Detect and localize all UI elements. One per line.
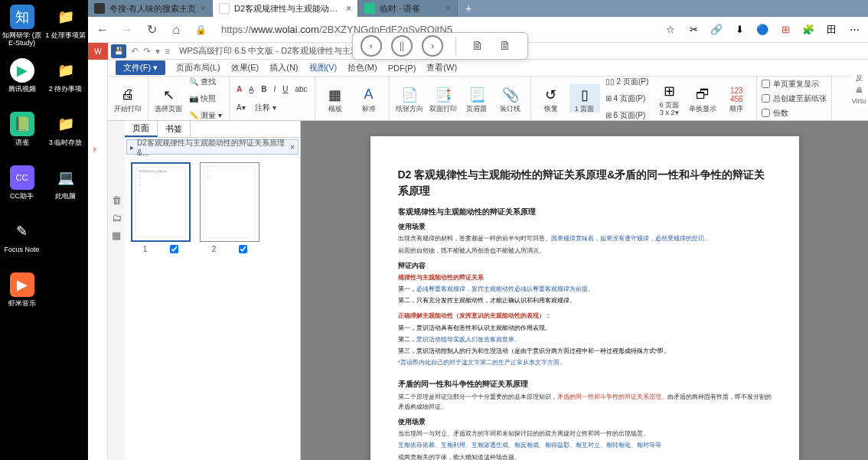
btn-order[interactable]: 123456顺序 <box>721 84 752 113</box>
btn-snapshot[interactable]: 📷快照 <box>187 91 224 106</box>
btn-single-swap[interactable]: 🗗单换显示 <box>687 84 718 113</box>
menu-color[interactable]: 拾色(M) <box>348 62 377 73</box>
btn-find[interactable]: 🔍查找 <box>187 74 224 90</box>
btn-font-color[interactable]: A▾ <box>234 100 248 116</box>
ext-blue-icon[interactable]: 🔵 <box>755 22 770 38</box>
menu-layout[interactable]: 页面布局(L) <box>176 62 220 73</box>
feedback-label[interactable]: 反 <box>856 73 863 83</box>
thumbnail-pane: 页面 书签 ▸D2客观规律性与主观能动性的辩证关系原理&…× D2客观规律性与主… <box>125 121 301 460</box>
preview-canvas[interactable]: D2 客观规律性与主观能动性的辩证关系原理&矛盾的同一性和斗争性的辩证关系原理 … <box>301 121 868 460</box>
media-save2-icon[interactable]: 🗎 <box>496 37 514 55</box>
ext-link-icon[interactable]: 🔗 <box>709 22 724 38</box>
nav-refresh-icon[interactable]: ↻ <box>143 21 160 38</box>
menu-lookup[interactable]: 查看(W) <box>426 62 457 73</box>
tab-close-icon[interactable]: × <box>445 3 451 14</box>
btn-one-page[interactable]: ▯1 页面 <box>569 84 600 113</box>
menu-effect[interactable]: 效果(E) <box>231 62 259 73</box>
desktop-icon-yuque[interactable]: 📗语雀 <box>0 107 44 161</box>
tool-delete-icon[interactable]: 🗑 <box>112 194 122 206</box>
ext-puzzle-icon[interactable]: 🧩 <box>801 22 816 38</box>
media-save1-icon[interactable]: 🗎 <box>468 37 487 55</box>
desktop-icon-xiami[interactable]: ▶虾米音乐 <box>0 268 44 321</box>
redo-icon[interactable]: ↷ <box>143 46 151 57</box>
desktop-icon-zhiwang[interactable]: 知知网研学 (原E-Study) <box>0 0 44 54</box>
desktop-icon-tencent-video[interactable]: ▶腾讯视频 <box>0 54 44 107</box>
ext-grid-icon[interactable]: 田 <box>824 22 839 38</box>
btn-2pages[interactable]: ▯▯ 2 页面(P) <box>603 74 651 90</box>
media-pause-icon[interactable]: || <box>391 35 413 57</box>
section-1-title: 客观规律性与主观能动性的辩证关系原理 <box>398 207 772 217</box>
btn-six-page[interactable]: ⊞6 页面3 x 2▾ <box>654 80 684 117</box>
menu-file[interactable]: 文件(F) ▾ <box>116 60 165 75</box>
nav-forward-icon[interactable]: → <box>119 21 135 38</box>
tool-grid-icon[interactable]: ▦ <box>112 230 121 241</box>
qa-menu-icon[interactable]: ≡ <box>165 46 170 57</box>
btn-strike[interactable]: abc <box>292 82 309 97</box>
btn-bold[interactable]: B <box>259 82 269 97</box>
btn-font-a[interactable]: A <box>234 82 244 97</box>
btn-font-a2[interactable]: A̲ <box>246 82 256 97</box>
browser-tabbar: 夸搜·有人味的搜索主页 × D2客观规律性与主观能动性的 × 临时 · 语雀 ×… <box>88 0 868 17</box>
btn-paper-dir[interactable]: 📄纸张方向 <box>394 84 425 113</box>
ext-download-icon[interactable]: ⬇ <box>732 22 747 38</box>
thumbnail-1[interactable]: D2客观规律性与主观能动性...—————— <box>131 162 191 242</box>
btn-template[interactable]: ▦模板 <box>320 84 351 113</box>
ext-scissors-icon[interactable]: ✂ <box>686 22 701 38</box>
media-prev-icon[interactable]: ‹ <box>361 35 382 57</box>
doc-breadcrumb[interactable]: ▸D2客观规律性与主观能动性的辩证关系原理&…× <box>126 139 299 155</box>
qa-dropdown-icon[interactable]: ▾ <box>155 46 160 57</box>
thumb-check-1[interactable] <box>170 245 178 253</box>
ext-red-icon[interactable]: ⊞ <box>778 22 793 38</box>
lock-icon[interactable]: 🔒 <box>192 21 209 38</box>
chk-repeat[interactable]: 单页重复显示 <box>762 79 827 90</box>
desktop-icon-folder2[interactable]: 📁2 待办事项 <box>44 54 87 107</box>
desktop-icon-folder3[interactable]: 📁3 临时存放 <box>44 107 87 161</box>
printer-label: Virtu <box>852 97 866 105</box>
chk-copies[interactable]: 份数 <box>762 108 827 119</box>
btn-standard[interactable]: A标准 <box>354 84 384 113</box>
tab-favicon <box>364 3 375 14</box>
desktop-icon-focusnote[interactable]: ✎Focus Note <box>0 214 44 268</box>
btn-restore[interactable]: ↺恢复 <box>536 84 566 113</box>
btn-annotate[interactable]: 注释▾ <box>253 100 279 116</box>
left-tab-bookmarks[interactable]: 书签 <box>158 121 191 137</box>
save-icon[interactable]: 💾 <box>111 44 126 58</box>
desktop-icon-thispc[interactable]: 💻此电脑 <box>44 161 87 214</box>
nav-home-icon[interactable]: ⌂ <box>168 21 184 38</box>
tab-favicon <box>94 3 105 14</box>
nav-back-icon[interactable]: ← <box>94 21 111 38</box>
wps-logo-icon[interactable]: W <box>88 43 108 60</box>
browser-tab-2[interactable]: 临时 · 语雀 × <box>358 0 458 17</box>
section-2-title: 矛盾的同一性和斗争性的辩证关系原理 <box>398 379 772 390</box>
ext-star-icon[interactable]: ☆ <box>663 22 678 38</box>
btn-page-header[interactable]: 📃页眉题 <box>462 84 492 113</box>
btn-underline[interactable]: U <box>280 82 290 97</box>
btn-start-print[interactable]: 🖨开始打印 <box>113 84 143 113</box>
btn-select-page[interactable]: ↖选择页面 <box>153 84 184 113</box>
menu-insert[interactable]: 插入(N) <box>269 62 298 73</box>
media-next-icon[interactable]: › <box>422 35 443 57</box>
btn-double-print[interactable]: 📑双面打印 <box>428 84 458 113</box>
undo-icon[interactable]: ↶ <box>131 46 139 57</box>
menu-pdf[interactable]: PDF(P) <box>388 64 416 73</box>
desktop-icon-cchelper[interactable]: CCCC助手 <box>0 161 44 214</box>
new-tab-button[interactable]: + <box>458 2 479 15</box>
desktop-icon-folder1[interactable]: 📁1 处理事项第 <box>44 0 87 54</box>
chk-newpaper[interactable]: 总创建至新纸张 <box>762 93 827 104</box>
browser-tab-1[interactable]: D2客观规律性与主观能动性的 × <box>213 0 358 17</box>
sidebar-arrow-icon[interactable]: › <box>93 142 96 155</box>
thumb-check-2[interactable] <box>239 245 247 253</box>
thumbnail-2[interactable]: ——— <box>200 162 259 242</box>
ext-more-icon[interactable]: ⋯ <box>847 22 862 38</box>
btn-italic[interactable]: I <box>271 82 278 97</box>
left-tab-pages[interactable]: 页面 <box>125 121 158 137</box>
printer-icon[interactable]: 🖶 <box>856 86 863 94</box>
sub-usage: 使用场景 <box>398 222 772 232</box>
browser-tab-0[interactable]: 夸搜·有人味的搜索主页 × <box>88 0 213 17</box>
btn-4pages[interactable]: ⊞ 4 页面(P) <box>603 91 651 106</box>
tab-close-icon[interactable]: × <box>201 3 206 14</box>
menu-view[interactable]: 视图(V) <box>309 62 338 73</box>
btn-binding[interactable]: 📎装订线 <box>495 84 526 113</box>
tool-folder-icon[interactable]: 🗂 <box>112 212 122 223</box>
tab-close-icon[interactable]: × <box>346 3 351 14</box>
